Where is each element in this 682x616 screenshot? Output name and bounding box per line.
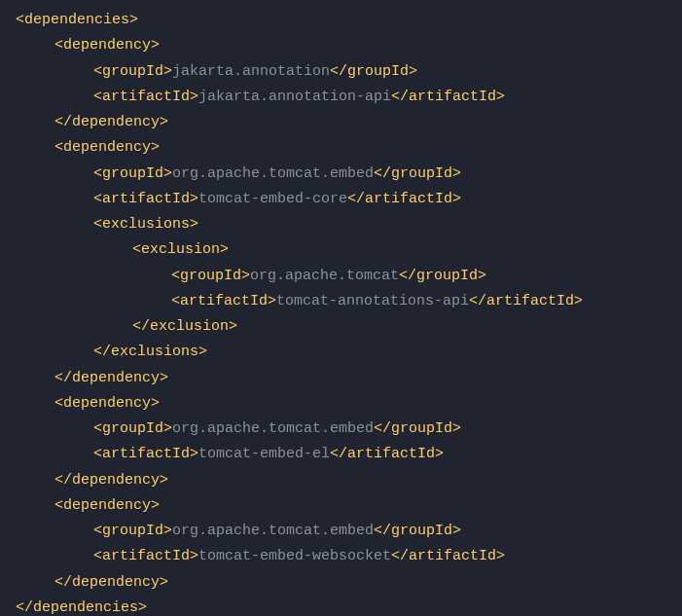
xml-tag: <groupId> [93,63,172,80]
xml-text: tomcat-embed-core [198,191,347,207]
xml-tag: <artifactId> [171,293,276,309]
xml-text: jakarta.annotation-api [198,89,391,105]
xml-text: org.apache.tomcat.embed [172,523,374,539]
xml-tag: </artifactId> [469,293,583,309]
code-block: <dependencies><dependency><groupId>jakar… [16,8,666,616]
xml-tag: </dependency> [54,574,168,591]
code-line: <groupId>org.apache.tomcat</groupId> [16,264,666,289]
xml-tag: </artifactId> [347,191,461,207]
xml-tag: <dependencies> [16,12,138,28]
code-line: </dependency> [16,570,666,596]
code-line: </dependency> [16,366,666,391]
xml-text: tomcat-annotations-api [276,293,469,309]
xml-tag: <artifactId> [93,446,198,462]
xml-tag: </dependency> [54,370,168,386]
code-line: </dependency> [16,110,666,135]
xml-text: org.apache.tomcat.embed [172,420,374,437]
xml-tag: </artifactId> [391,89,505,105]
xml-tag: <dependency> [54,37,160,54]
xml-tag: </groupId> [399,268,486,284]
xml-tag: </artifactId> [330,446,444,462]
xml-tag: </artifactId> [391,548,505,564]
xml-tag: </dependency> [54,472,168,489]
code-line: <groupId>org.apache.tomcat.embed</groupI… [16,519,666,544]
xml-tag: <groupId> [93,523,172,539]
xml-tag: <groupId> [93,420,172,437]
xml-tag: <exclusion> [132,241,229,258]
xml-tag: </dependencies> [16,599,147,616]
code-line: <groupId>org.apache.tomcat.embed</groupI… [16,162,666,187]
xml-tag: </groupId> [374,420,461,437]
code-line: <groupId>jakarta.annotation</groupId> [16,59,666,85]
xml-tag: <exclusions> [93,216,198,233]
code-line: <artifactId>tomcat-annotations-api</arti… [16,289,666,314]
code-line: </exclusion> [16,314,666,340]
xml-tag: <groupId> [93,165,172,182]
code-line: <dependencies> [16,8,666,33]
code-line: </exclusions> [16,340,666,365]
xml-tag: <artifactId> [93,89,198,105]
xml-tag: </groupId> [330,63,417,80]
code-line: <dependency> [16,391,666,417]
xml-tag: <groupId> [171,268,250,284]
code-line: <exclusion> [16,237,666,263]
xml-tag: <artifactId> [93,548,198,564]
code-line: <dependency> [16,135,666,161]
xml-tag: <dependency> [54,395,160,412]
xml-tag: </exclusion> [132,318,237,335]
xml-tag: </exclusions> [93,344,207,360]
code-line: <artifactId>tomcat-embed-el</artifactId> [16,442,666,467]
code-line: <artifactId>tomcat-embed-core</artifactI… [16,187,666,212]
code-line: <dependency> [16,493,666,519]
xml-text: tomcat-embed-websocket [198,548,391,564]
code-line: </dependencies> [16,596,666,616]
xml-text: org.apache.tomcat.embed [172,165,374,182]
xml-tag: </dependency> [54,114,168,130]
xml-tag: <dependency> [54,497,160,514]
xml-text: tomcat-embed-el [198,446,330,462]
code-line: <dependency> [16,33,666,58]
code-line: <exclusions> [16,212,666,237]
code-line: <artifactId>tomcat-embed-websocket</arti… [16,544,666,569]
code-line: </dependency> [16,468,666,493]
xml-text: jakarta.annotation [172,63,330,80]
xml-tag: </groupId> [374,165,461,182]
xml-tag: <dependency> [54,139,160,156]
xml-tag: <artifactId> [93,191,198,207]
xml-text: org.apache.tomcat [250,268,399,284]
code-line: <groupId>org.apache.tomcat.embed</groupI… [16,417,666,442]
code-line: <artifactId>jakarta.annotation-api</arti… [16,85,666,110]
xml-tag: </groupId> [374,523,461,539]
